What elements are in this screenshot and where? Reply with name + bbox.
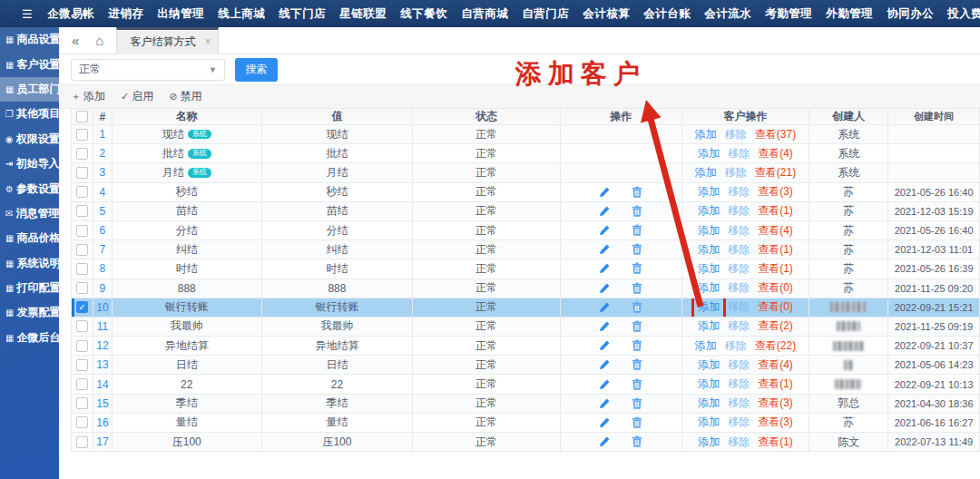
close-icon[interactable]: ×	[204, 35, 211, 48]
sidebar-item[interactable]: ❐其他项目	[0, 102, 59, 126]
row-checkbox[interactable]	[76, 416, 88, 428]
customer-remove-link[interactable]: 移除	[728, 376, 750, 392]
sidebar-item[interactable]: ⚙参数设置	[0, 176, 59, 200]
status-select[interactable]: 正常 ▼	[71, 59, 225, 81]
delete-icon[interactable]	[631, 397, 643, 410]
customer-remove-link[interactable]: 移除	[725, 127, 747, 142]
customer-add-link[interactable]: 添加	[698, 415, 720, 430]
top-nav-item[interactable]: 会计台账	[638, 0, 697, 27]
row-number[interactable]: 2	[93, 144, 113, 162]
delete-icon[interactable]	[631, 262, 643, 275]
edit-icon[interactable]	[598, 205, 611, 218]
row-checkbox[interactable]	[76, 282, 88, 294]
customer-add-link[interactable]: 添加	[698, 299, 720, 315]
tab-customer-settlement[interactable]: 客户结算方式 ×	[116, 27, 219, 54]
customer-view-link[interactable]: 查看(1)	[758, 435, 793, 450]
row-checkbox[interactable]	[76, 205, 88, 217]
top-nav-item[interactable]: 外勤管理	[820, 0, 879, 27]
row-checkbox[interactable]	[76, 320, 88, 332]
customer-remove-link[interactable]: 移除	[728, 415, 750, 430]
edit-icon[interactable]	[598, 339, 611, 352]
sidebar-item[interactable]: ▦系统说明	[0, 251, 59, 276]
sidebar-item[interactable]: ▦商品设置	[0, 27, 59, 52]
delete-icon[interactable]	[631, 358, 643, 371]
row-number[interactable]: 14	[93, 375, 113, 393]
customer-add-link[interactable]: 添加	[698, 280, 720, 296]
row-number[interactable]: 6	[93, 221, 113, 240]
row-number[interactable]: 5	[93, 202, 113, 220]
top-nav-item[interactable]: 自营商城	[456, 0, 514, 27]
row-checkbox[interactable]: ✓	[76, 301, 88, 313]
edit-icon[interactable]	[598, 358, 611, 371]
add-button[interactable]: ＋ 添加	[71, 89, 105, 104]
customer-add-link[interactable]: 添加	[698, 223, 720, 239]
top-nav-item[interactable]: 企微易帐	[42, 0, 101, 27]
delete-icon[interactable]	[631, 435, 643, 448]
delete-icon[interactable]	[631, 224, 643, 237]
customer-add-link[interactable]: 添加	[698, 184, 720, 200]
edit-icon[interactable]	[598, 243, 611, 256]
edit-icon[interactable]	[598, 186, 611, 199]
top-nav-item[interactable]: 考勤管理	[760, 0, 818, 27]
customer-add-link[interactable]: 添加	[698, 435, 720, 450]
search-button[interactable]: 搜索	[235, 58, 278, 82]
home-icon[interactable]: ⌂	[95, 33, 103, 48]
top-nav-item[interactable]: 会计流水	[699, 0, 758, 27]
row-number[interactable]: 1	[93, 125, 113, 143]
row-number[interactable]: 17	[93, 433, 113, 451]
delete-icon[interactable]	[631, 282, 643, 295]
customer-add-link[interactable]: 添加	[698, 357, 720, 373]
customer-add-link[interactable]: 添加	[698, 396, 720, 411]
row-checkbox[interactable]	[76, 129, 88, 141]
customer-add-link[interactable]: 添加	[698, 242, 720, 258]
sidebar-item[interactable]: ◉权限设置	[0, 127, 59, 152]
customer-view-link[interactable]: 查看(4)	[758, 223, 793, 239]
row-number[interactable]: 8	[93, 259, 113, 278]
row-number[interactable]: 13	[93, 356, 113, 374]
select-all-checkbox[interactable]	[76, 111, 88, 122]
customer-view-link[interactable]: 查看(3)	[758, 396, 793, 411]
customer-view-link[interactable]: 查看(22)	[755, 338, 796, 354]
customer-remove-link[interactable]: 移除	[728, 146, 750, 161]
top-nav-item[interactable]: 线下餐饮	[395, 0, 454, 27]
customer-add-link[interactable]: 添加	[698, 376, 720, 392]
sidebar-item[interactable]: ▦企微后台	[0, 326, 59, 350]
delete-icon[interactable]	[631, 339, 643, 352]
top-nav-item[interactable]: 投入费用	[942, 0, 980, 27]
customer-view-link[interactable]: 查看(1)	[758, 242, 793, 258]
row-number[interactable]: 12	[93, 337, 113, 355]
customer-remove-link[interactable]: 移除	[725, 165, 747, 181]
customer-remove-link[interactable]: 移除	[728, 280, 750, 296]
top-nav-item[interactable]: 协同办公	[881, 0, 940, 27]
customer-view-link[interactable]: 查看(4)	[758, 146, 793, 161]
customer-add-link[interactable]: 添加	[695, 127, 717, 142]
delete-icon[interactable]	[631, 320, 643, 333]
edit-icon[interactable]	[598, 397, 611, 410]
row-number[interactable]: 15	[93, 395, 113, 413]
sidebar-item[interactable]: ▦员工部门	[0, 77, 59, 102]
customer-remove-link[interactable]: 移除	[728, 318, 750, 334]
customer-add-link[interactable]: 添加	[695, 165, 717, 181]
customer-view-link[interactable]: 查看(0)	[758, 299, 793, 315]
row-checkbox[interactable]	[76, 436, 88, 448]
top-nav-item[interactable]: 自营门店	[516, 0, 575, 27]
edit-icon[interactable]	[598, 282, 611, 295]
top-nav-item[interactable]: 会计核算	[577, 0, 636, 27]
top-nav-item[interactable]: 星链联盟	[334, 0, 393, 27]
top-nav-item[interactable]: 进销存	[103, 0, 150, 27]
customer-remove-link[interactable]: 移除	[728, 435, 750, 450]
delete-icon[interactable]	[631, 205, 643, 218]
row-checkbox[interactable]	[76, 148, 88, 160]
row-number[interactable]: 4	[93, 183, 113, 201]
delete-icon[interactable]	[631, 301, 643, 314]
row-checkbox[interactable]	[76, 186, 88, 198]
edit-icon[interactable]	[598, 320, 611, 333]
sidebar-item[interactable]: ▦客户设置	[0, 52, 59, 76]
sidebar-item[interactable]: ▦发票配置	[0, 300, 59, 325]
sidebar-item[interactable]: ✉消息管理	[0, 201, 59, 226]
customer-view-link[interactable]: 查看(0)	[758, 280, 793, 296]
row-checkbox[interactable]	[76, 378, 88, 390]
customer-remove-link[interactable]: 移除	[728, 184, 750, 200]
customer-view-link[interactable]: 查看(1)	[758, 261, 793, 277]
delete-icon[interactable]	[631, 243, 643, 256]
